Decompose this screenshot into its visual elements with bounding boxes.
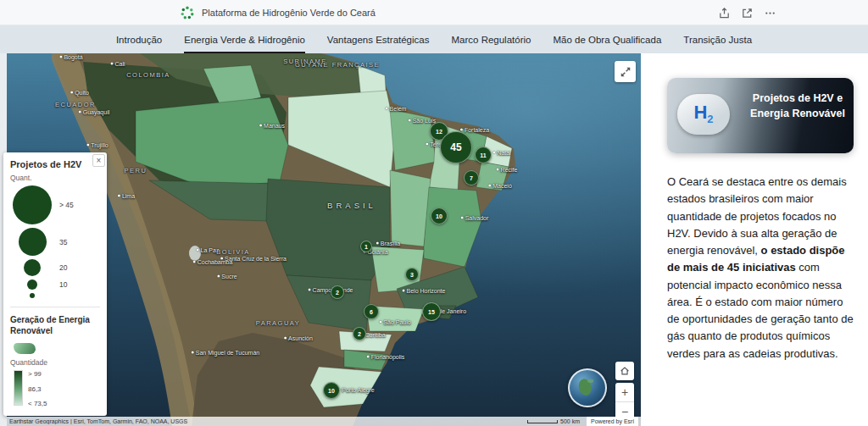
globe-icon <box>570 370 605 406</box>
overview-globe[interactable] <box>568 368 607 407</box>
project-bubble[interactable]: 2 <box>353 327 366 340</box>
legend-circle-label: > 45 <box>59 201 74 209</box>
zoom-in-button[interactable]: + <box>615 383 634 401</box>
project-bubble[interactable]: 10 <box>323 382 340 399</box>
home-extent-button[interactable] <box>615 362 634 380</box>
legend-circle <box>30 293 35 298</box>
app-header: Plataforma de Hidrogênio Verde do Ceará <box>0 0 868 25</box>
legend-circle-row <box>10 293 100 298</box>
project-bubble[interactable]: 2 <box>331 285 344 299</box>
legend-renewable-title: Geração de Energia Renovável <box>10 314 100 336</box>
open-in-new-icon[interactable] <box>738 4 755 21</box>
card-title: Projetos de H2V e Energia Renovável <box>750 91 845 121</box>
project-bubble[interactable]: 1 <box>360 241 372 252</box>
legend-gradient-label: 86,3 <box>28 385 47 393</box>
hydrogen-tank-image: H2 <box>677 94 730 135</box>
tab-energia-verde-hidrogênio[interactable]: Energia Verde & Hidrogênio <box>184 25 305 53</box>
legend-gradient-labels: > 9986,3< 73,5 <box>28 370 47 407</box>
project-bubble[interactable]: 11 <box>475 147 492 163</box>
main-content: BogotáCaliCOLOMBIAQuitoECUADORGuayaquilT… <box>0 53 868 426</box>
project-bubble[interactable]: 7 <box>464 170 479 185</box>
share-icon[interactable] <box>715 4 732 21</box>
platform-logo-icon <box>180 5 195 20</box>
legend-circle-row: 35 <box>10 228 100 256</box>
project-bubble[interactable]: 45 <box>440 131 472 163</box>
zoom-controls: + − <box>615 383 634 421</box>
legend-circle-row: 20 <box>10 259 100 276</box>
legend-circle-row: 10 <box>10 279 100 290</box>
legend-gradient-label: > 99 <box>28 370 47 378</box>
project-bubble[interactable]: 3 <box>405 268 419 281</box>
legend-divider <box>10 307 100 307</box>
legend-circle <box>27 279 37 290</box>
paragraph-part2: com potencial impacto econômico nessa ár… <box>667 261 854 359</box>
topic-card[interactable]: H2 Projetos de H2V e Energia Renovável <box>667 78 854 153</box>
scale-bar: 500 km <box>527 418 580 424</box>
attribution-text: Earthstar Geographics | Esri, TomTom, Ga… <box>9 418 520 424</box>
legend-close-button[interactable]: × <box>92 154 105 167</box>
legend-circle <box>13 185 52 224</box>
tab-transição-justa[interactable]: Transição Justa <box>683 25 752 53</box>
legend-circle <box>24 259 41 276</box>
project-bubble[interactable]: 6 <box>364 304 379 319</box>
renewable-area-swatch <box>14 343 36 354</box>
project-bubble[interactable]: 10 <box>431 207 448 224</box>
legend-circle-label: 20 <box>59 263 67 272</box>
legend-gradient-bar <box>14 370 23 406</box>
legend-circle-label: 35 <box>59 238 67 246</box>
home-icon <box>619 365 631 377</box>
more-icon[interactable] <box>761 4 778 21</box>
legend-title: Projetos de H2V <box>10 159 100 169</box>
tab-mão-de-obra-qualificada[interactable]: Mão de Obra Qualificada <box>553 25 661 53</box>
legend-gradient-label: < 73,5 <box>28 400 47 407</box>
fullscreen-toggle-button[interactable] <box>615 61 636 82</box>
legend-circle-list: > 45352010 <box>10 185 100 298</box>
legend-quantity-label: Quant. <box>10 174 100 182</box>
story-panel: H2 Projetos de H2V e Energia Renovável O… <box>641 53 868 426</box>
scale-label: 500 km <box>560 418 580 424</box>
legend-gradient: > 9986,3< 73,5 <box>14 370 100 407</box>
section-nav: IntroduçãoEnergia Verde & HidrogênioVant… <box>0 25 868 53</box>
legend-circle <box>19 228 47 256</box>
legend-circle-row: > 45 <box>10 185 100 224</box>
tab-marco-regulatório[interactable]: Marco Regulatório <box>451 25 531 53</box>
tank-h2-label: H2 <box>693 103 713 124</box>
legend-panel: × Projetos de H2V Quant. > 45352010 Gera… <box>3 152 107 416</box>
expand-icon <box>620 66 632 78</box>
tab-introdução[interactable]: Introdução <box>116 25 162 53</box>
project-bubble[interactable]: 15 <box>422 302 441 321</box>
map[interactable]: BogotáCaliCOLOMBIAQuitoECUADORGuayaquilT… <box>7 53 641 426</box>
tab-vantagens-estratégicas[interactable]: Vantagens Estratégicas <box>327 25 430 53</box>
header-actions <box>715 0 778 25</box>
app-title: Plataforma de Hidrogênio Verde do Ceará <box>202 8 376 18</box>
legend-circle-label: 10 <box>59 280 67 289</box>
map-attribution-bar: Earthstar Geographics | Esri, TomTom, Ga… <box>7 417 641 426</box>
body-paragraph: O Ceará se destaca entre os demais estad… <box>667 174 858 362</box>
nav-tabs: IntroduçãoEnergia Verde & HidrogênioVant… <box>116 25 752 53</box>
powered-by-esri[interactable]: Powered by Esri <box>587 417 638 426</box>
legend-renewable-quantity-label: Quantidade <box>10 358 100 367</box>
scale-line <box>527 420 558 423</box>
